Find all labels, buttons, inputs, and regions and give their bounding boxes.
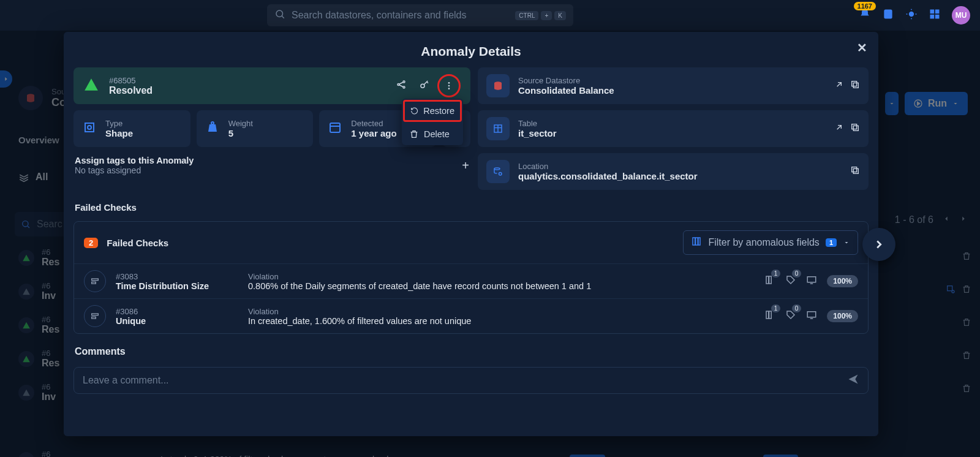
- svg-rect-32: [330, 123, 340, 132]
- svg-rect-51: [698, 238, 700, 245]
- table-card[interactable]: Tableit_sector: [478, 110, 869, 147]
- send-icon[interactable]: [847, 373, 859, 388]
- svg-rect-58: [92, 314, 99, 315]
- svg-rect-29: [85, 123, 94, 132]
- svg-rect-56: [808, 277, 816, 282]
- svg-point-20: [398, 84, 399, 86]
- svg-point-26: [448, 82, 450, 84]
- svg-rect-52: [92, 279, 99, 281]
- monitor-icon[interactable]: [806, 309, 817, 323]
- columns-badge[interactable]: 1: [764, 274, 775, 288]
- svg-rect-55: [769, 276, 772, 284]
- search-shortcut: CTRL + K: [515, 11, 566, 20]
- failed-check-row[interactable]: #3086Unique ViolationIn created_date, 1.…: [74, 298, 868, 333]
- svg-rect-11: [935, 10, 940, 14]
- location-card: Locationqualytics.consolidated_balance.i…: [478, 153, 869, 190]
- columns-icon: [691, 236, 702, 249]
- status-card: #68505 Resolved Restore: [74, 67, 470, 104]
- svg-rect-59: [92, 317, 96, 319]
- svg-point-25: [421, 84, 424, 88]
- anomaly-details-modal: Anomaly Details ✕ #68505 Resolved: [64, 32, 878, 436]
- svg-rect-12: [930, 15, 935, 19]
- check-icon: [84, 305, 106, 327]
- notifications-count: 1167: [854, 2, 876, 10]
- copy-icon[interactable]: [850, 165, 860, 178]
- more-popover: Restore Delete: [402, 99, 463, 145]
- metric-type: TypeShape: [74, 110, 190, 147]
- apps-icon[interactable]: [929, 8, 941, 23]
- close-button[interactable]: ✕: [857, 40, 867, 55]
- svg-rect-48: [852, 167, 857, 172]
- svg-point-31: [211, 122, 214, 124]
- brightness-icon[interactable]: [905, 8, 918, 23]
- svg-rect-53: [92, 282, 96, 284]
- share-button[interactable]: [391, 74, 412, 95]
- source-datastore-card[interactable]: Source DatastoreConsolidated Balance: [478, 67, 869, 104]
- tag-badge[interactable]: 0: [785, 309, 796, 323]
- expand-panel-button[interactable]: [862, 228, 895, 261]
- tags-section: Assign tags to this Anomaly No tags assi…: [74, 153, 470, 176]
- more-button[interactable]: [437, 74, 461, 97]
- svg-point-30: [88, 126, 91, 129]
- key-button[interactable]: [414, 74, 435, 95]
- location-icon: [486, 160, 510, 183]
- clipboard-icon[interactable]: [882, 8, 894, 23]
- svg-line-23: [399, 82, 403, 84]
- comment-input[interactable]: Leave a comment...: [74, 367, 869, 394]
- copy-icon[interactable]: [850, 80, 860, 92]
- notifications-button[interactable]: 1167: [859, 8, 871, 23]
- comments-title: Comments: [74, 340, 869, 361]
- svg-rect-49: [693, 238, 695, 245]
- svg-rect-10: [930, 10, 935, 14]
- svg-line-1: [282, 16, 284, 18]
- percent-pill: 100%: [827, 310, 858, 322]
- open-icon[interactable]: [834, 80, 844, 92]
- anomaly-status: Resolved: [109, 85, 153, 96]
- topbar: Search datastores, containers and fields…: [0, 0, 980, 31]
- svg-rect-44: [852, 124, 857, 129]
- failed-count-badge: 2: [84, 238, 98, 248]
- avatar[interactable]: MU: [952, 6, 970, 25]
- modal-title: Anomaly Details: [64, 32, 878, 67]
- warning-icon: [83, 77, 99, 95]
- svg-rect-60: [766, 311, 769, 319]
- failed-check-row[interactable]: #3083Time Distribution Size Violation0.8…: [74, 263, 868, 298]
- svg-line-24: [399, 85, 403, 87]
- svg-rect-50: [696, 238, 698, 245]
- open-icon[interactable]: [834, 123, 844, 135]
- restore-menuitem[interactable]: Restore: [403, 100, 462, 122]
- svg-rect-54: [766, 276, 769, 284]
- type-icon: [82, 120, 97, 137]
- check-icon: [84, 270, 106, 292]
- failed-checks-box: 2 Failed Checks Filter by anomalous fiel…: [74, 221, 869, 334]
- svg-point-0: [276, 10, 283, 17]
- comment-placeholder: Leave a comment...: [83, 375, 169, 386]
- filter-fields-button[interactable]: Filter by anomalous fields 1: [683, 230, 858, 255]
- percent-pill: 100%: [827, 275, 858, 287]
- calendar-icon: [328, 120, 342, 137]
- columns-badge[interactable]: 1: [764, 309, 775, 323]
- weight-icon: [205, 120, 220, 137]
- svg-rect-62: [808, 312, 816, 317]
- tag-badge[interactable]: 0: [785, 274, 796, 288]
- svg-rect-38: [853, 83, 858, 88]
- svg-point-21: [403, 81, 405, 83]
- svg-rect-61: [769, 311, 772, 319]
- svg-point-28: [448, 88, 450, 89]
- global-search[interactable]: Search datastores, containers and fields…: [267, 4, 573, 26]
- svg-point-46: [499, 173, 502, 176]
- topbar-actions: 1167 MU: [859, 6, 970, 25]
- svg-point-45: [494, 168, 500, 170]
- search-placeholder: Search datastores, containers and fields: [292, 10, 467, 21]
- delete-menuitem[interactable]: Delete: [402, 123, 463, 145]
- svg-point-5: [910, 12, 914, 17]
- copy-icon[interactable]: [850, 123, 860, 135]
- svg-point-22: [403, 86, 405, 88]
- svg-rect-13: [935, 15, 940, 19]
- failed-checks-title: Failed Checks: [74, 196, 869, 215]
- svg-rect-47: [853, 168, 858, 173]
- search-icon: [274, 9, 285, 22]
- add-tag-button[interactable]: +: [462, 159, 469, 173]
- svg-point-27: [448, 85, 450, 87]
- monitor-icon[interactable]: [806, 274, 817, 288]
